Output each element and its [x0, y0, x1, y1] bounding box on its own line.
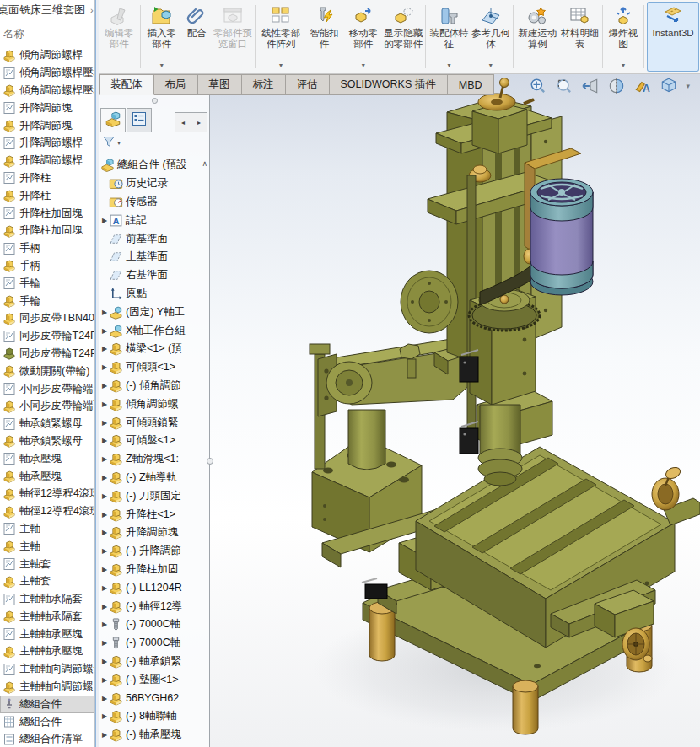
- tree-item[interactable]: ▶(-) 軸徑12導: [99, 597, 209, 615]
- expand-arrow-icon[interactable]: ▶: [100, 437, 109, 444]
- tab-6[interactable]: MBD: [448, 74, 494, 95]
- list-item[interactable]: 主軸軸承隔套: [0, 590, 94, 608]
- list-item[interactable]: 升降調節螺桿: [0, 134, 94, 152]
- expand-arrow-icon[interactable]: ▶: [100, 712, 109, 720]
- annotation-visibility-icon[interactable]: A: [633, 77, 652, 95]
- list-item[interactable]: 主軸套: [0, 572, 94, 590]
- expand-arrow-icon[interactable]: ▶: [100, 363, 109, 371]
- list-item[interactable]: 手柄: [0, 239, 94, 257]
- panel-nav-right-icon[interactable]: ▸: [191, 112, 207, 132]
- panel-grip-handle[interactable]: [99, 95, 209, 105]
- graphics-viewport[interactable]: A▾ ◂ ▸ ▾ 總組合件 (預設历史记录传感器▶A註記前基準面上基準面右基準面…: [99, 74, 700, 747]
- expand-arrow-icon[interactable]: ▶: [100, 511, 109, 519]
- toolbar-button-bom[interactable]: 材料明细表: [560, 2, 599, 72]
- list-item[interactable]: 軸徑12導程4滾珠: [0, 502, 94, 520]
- tree-item[interactable]: ▶(-) 升降調節: [99, 542, 209, 561]
- list-item[interactable]: 總組合件: [0, 696, 94, 713]
- tree-item[interactable]: ▶(-) 刀頭固定: [99, 486, 209, 505]
- section-view-icon[interactable]: [607, 77, 626, 95]
- list-item[interactable]: 同步皮帶TBN403: [0, 309, 94, 327]
- list-item[interactable]: 主軸軸承壓塊: [0, 643, 94, 661]
- dropdown-arrow-icon[interactable]: ▾: [279, 60, 283, 71]
- dropdown-arrow-icon[interactable]: ▾: [489, 60, 493, 71]
- tree-item[interactable]: 传感器: [99, 193, 209, 212]
- zoom-area-icon[interactable]: [555, 77, 573, 95]
- expand-arrow-icon[interactable]: ▶: [100, 621, 109, 628]
- expand-arrow-icon[interactable]: ▶: [100, 455, 109, 463]
- tree-scroll-up-icon[interactable]: ∧: [202, 159, 207, 168]
- list-item[interactable]: 軸徑12導程4滾珠: [0, 485, 94, 502]
- list-item[interactable]: 主軸軸承隔套: [0, 608, 94, 626]
- expand-arrow-icon[interactable]: ▶: [100, 217, 109, 224]
- list-item[interactable]: 軸承壓塊: [0, 468, 94, 486]
- list-item[interactable]: 手柄: [0, 257, 94, 275]
- list-item[interactable]: 微動開關(帶輪): [0, 363, 94, 380]
- list-item[interactable]: 傾角調節螺桿壓塊: [0, 64, 94, 82]
- tree-item[interactable]: ▶升降柱加固: [99, 561, 209, 579]
- dropdown-arrow-icon[interactable]: ▾: [622, 60, 625, 71]
- tree-item[interactable]: ▶(-) 軸承鎖緊: [99, 653, 209, 671]
- tab-1[interactable]: 布局: [154, 74, 198, 95]
- list-item[interactable]: 主軸: [0, 520, 94, 538]
- tree-item[interactable]: ▶(-) 7000C軸: [99, 615, 209, 634]
- list-item[interactable]: 同步皮帶輪T24P5: [0, 345, 94, 363]
- expand-arrow-icon[interactable]: ▶: [100, 639, 109, 647]
- list-item[interactable]: 升降柱加固塊: [0, 222, 94, 239]
- tree-item[interactable]: ▶(-) 墊圈<1>: [99, 670, 209, 689]
- tree-item[interactable]: ▶(-) Z軸導軌: [99, 469, 209, 487]
- previous-view-icon[interactable]: [581, 77, 600, 95]
- toolbar-button-insert[interactable]: 插入零部件▾: [143, 2, 180, 72]
- expand-arrow-icon[interactable]: ▶: [100, 474, 109, 481]
- tree-item[interactable]: ▶(固定) Y軸工: [99, 303, 209, 321]
- tree-item[interactable]: ▶X軸工作台組: [99, 321, 209, 340]
- machine-column[interactable]: [348, 410, 385, 470]
- expand-arrow-icon[interactable]: ▶: [100, 603, 109, 610]
- tree-item[interactable]: 上基準面: [99, 248, 209, 266]
- toolbar-button-movecomp[interactable]: 移动零部件▾: [345, 2, 382, 72]
- tree-item[interactable]: ▶A註記: [99, 211, 209, 229]
- list-item[interactable]: 軸承壓塊: [0, 450, 94, 468]
- tree-item[interactable]: ▶傾角調節螺: [99, 395, 209, 413]
- tab-2[interactable]: 草图: [198, 74, 242, 95]
- list-item[interactable]: 傾角調節螺桿壓塊: [0, 82, 94, 99]
- tree-item[interactable]: 历史记录: [99, 175, 209, 193]
- view-toolbar-dropdown-arrow-icon[interactable]: ▾: [686, 82, 690, 90]
- list-item[interactable]: 升降柱: [0, 187, 94, 205]
- list-item[interactable]: 軸承鎖緊螺母: [0, 415, 94, 433]
- list-item[interactable]: 總組合件清單: [0, 731, 94, 747]
- tree-item[interactable]: ▶橫梁<1> (預: [99, 340, 209, 358]
- list-item[interactable]: 主軸套: [0, 556, 94, 573]
- tab-3[interactable]: 标注: [242, 74, 286, 95]
- tree-root-item[interactable]: 總組合件 (預設: [99, 156, 209, 175]
- toolbar-button-motion[interactable]: 新建运动算例: [516, 2, 558, 72]
- panel-splitter-dot[interactable]: [207, 458, 213, 465]
- expand-arrow-icon[interactable]: ▶: [100, 345, 109, 352]
- expand-arrow-icon[interactable]: ▶: [100, 658, 109, 665]
- tree-item[interactable]: ▶升降柱<1>: [99, 505, 209, 524]
- list-item[interactable]: 軸承鎖緊螺母: [0, 433, 94, 450]
- list-item[interactable]: 主軸: [0, 538, 94, 556]
- list-item[interactable]: 升降柱: [0, 169, 94, 187]
- tab-feature-manager[interactable]: [100, 108, 126, 132]
- expand-arrow-icon[interactable]: ▶: [100, 492, 109, 500]
- expand-arrow-icon[interactable]: ▶: [100, 382, 109, 390]
- list-item[interactable]: 主軸軸向調節螺母: [0, 660, 94, 678]
- expand-arrow-icon[interactable]: ▶: [100, 547, 109, 555]
- tab-property-manager[interactable]: [127, 108, 152, 132]
- list-item[interactable]: 總組合件: [0, 713, 94, 731]
- tab-4[interactable]: 评估: [286, 74, 330, 95]
- list-item[interactable]: 升降調節螺桿: [0, 152, 94, 169]
- list-item[interactable]: 傾角調節螺桿: [0, 47, 94, 65]
- display-style-icon[interactable]: [660, 77, 678, 95]
- expand-arrow-icon[interactable]: ▶: [100, 327, 109, 335]
- expand-arrow-icon[interactable]: ▶: [100, 695, 109, 702]
- list-item[interactable]: 升降柱加固塊: [0, 205, 94, 223]
- panel-nav-left-icon[interactable]: ◂: [175, 112, 191, 132]
- toolbar-button-asmfeat[interactable]: 装配体特征▾: [428, 2, 469, 72]
- tab-5[interactable]: SOLIDWORKS 插件: [330, 74, 448, 95]
- list-item[interactable]: 升降調節塊: [0, 99, 94, 117]
- toolbar-button-smartfast[interactable]: 智能扣件: [305, 2, 342, 72]
- toolbar-button-showhide[interactable]: 显示隐藏的零部件: [384, 2, 423, 72]
- expand-arrow-icon[interactable]: ▶: [100, 584, 109, 592]
- dropdown-arrow-icon[interactable]: ▾: [448, 60, 451, 71]
